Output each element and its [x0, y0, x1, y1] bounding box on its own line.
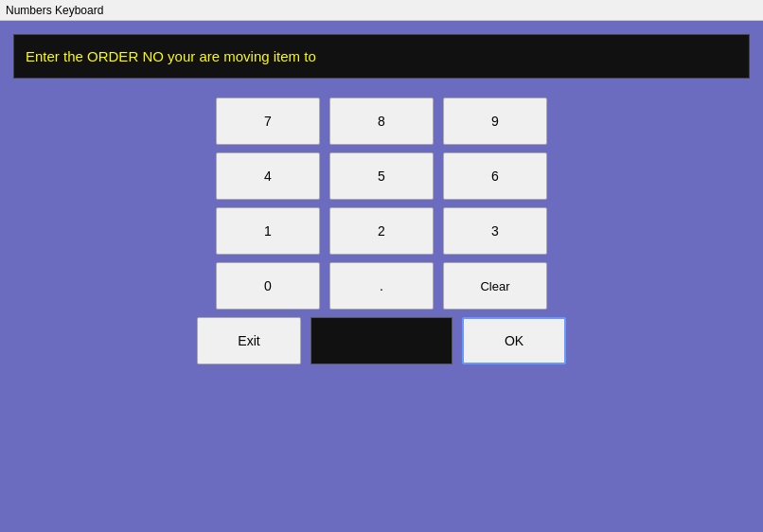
exit-button[interactable]: Exit	[197, 317, 301, 364]
key-3[interactable]: 3	[443, 207, 547, 255]
keypad: 7 8 9 4 5 6 1 2 3 0 . Clear Exit OK	[197, 98, 566, 364]
key-0[interactable]: 0	[216, 262, 320, 310]
key-7[interactable]: 7	[216, 98, 320, 145]
key-9[interactable]: 9	[443, 98, 547, 145]
bottom-row: Exit OK	[197, 317, 566, 364]
ok-button[interactable]: OK	[462, 317, 566, 364]
key-4[interactable]: 4	[216, 152, 320, 200]
key-1[interactable]: 1	[216, 207, 320, 255]
keypad-row-4: 0 . Clear	[216, 262, 547, 310]
title-bar: Numbers Keyboard	[0, 0, 763, 21]
display-input	[311, 317, 452, 364]
key-8[interactable]: 8	[329, 98, 434, 145]
key-6[interactable]: 6	[443, 152, 547, 200]
keypad-row-2: 4 5 6	[216, 152, 547, 200]
key-5[interactable]: 5	[329, 152, 434, 200]
main-area: Enter the ORDER NO your are moving item …	[0, 21, 763, 532]
keypad-row-1: 7 8 9	[216, 98, 547, 145]
prompt-banner: Enter the ORDER NO your are moving item …	[13, 34, 750, 79]
keypad-row-3: 1 2 3	[216, 207, 547, 255]
clear-button[interactable]: Clear	[443, 262, 547, 310]
title-label: Numbers Keyboard	[6, 4, 103, 17]
key-dot[interactable]: .	[329, 262, 434, 310]
key-2[interactable]: 2	[329, 207, 434, 255]
prompt-text: Enter the ORDER NO your are moving item …	[26, 48, 316, 64]
